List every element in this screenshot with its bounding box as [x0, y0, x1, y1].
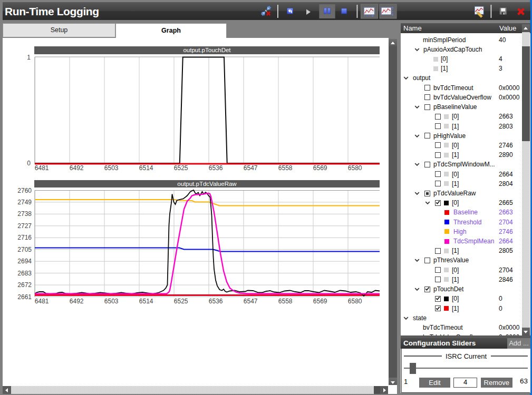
svg-text:1: 1: [27, 54, 31, 61]
svg-text:6525: 6525: [174, 298, 188, 305]
svg-text:6569: 6569: [313, 164, 327, 172]
svg-text:2727: 2727: [17, 222, 32, 230]
svg-text:6547: 6547: [244, 298, 258, 305]
svg-text:6481: 6481: [35, 298, 49, 305]
svg-text:2738: 2738: [17, 210, 32, 218]
svg-text:6514: 6514: [139, 164, 153, 172]
svg-text:6525: 6525: [174, 164, 188, 172]
svg-text:6558: 6558: [278, 164, 293, 172]
svg-text:6492: 6492: [70, 298, 84, 305]
svg-text:0: 0: [27, 160, 31, 167]
svg-text:2760: 2760: [17, 187, 32, 194]
svg-text:6481: 6481: [35, 164, 49, 172]
svg-text:6547: 6547: [244, 164, 258, 172]
svg-text:2749: 2749: [17, 199, 32, 206]
svg-text:2694: 2694: [17, 258, 32, 265]
svg-text:6503: 6503: [104, 298, 119, 305]
svg-text:2705: 2705: [17, 246, 32, 253]
svg-text:6514: 6514: [139, 298, 153, 305]
svg-text:6558: 6558: [278, 298, 293, 305]
svg-text:6569: 6569: [313, 298, 327, 305]
svg-text:6492: 6492: [70, 164, 84, 172]
svg-text:6536: 6536: [209, 164, 223, 172]
svg-text:6536: 6536: [209, 298, 223, 305]
svg-text:2672: 2672: [17, 281, 32, 289]
svg-text:2683: 2683: [17, 270, 32, 277]
svg-text:6503: 6503: [104, 164, 119, 172]
svg-text:6580: 6580: [348, 164, 362, 172]
svg-text:2661: 2661: [17, 293, 32, 301]
svg-text:2716: 2716: [17, 234, 32, 241]
svg-text:6580: 6580: [348, 298, 362, 305]
